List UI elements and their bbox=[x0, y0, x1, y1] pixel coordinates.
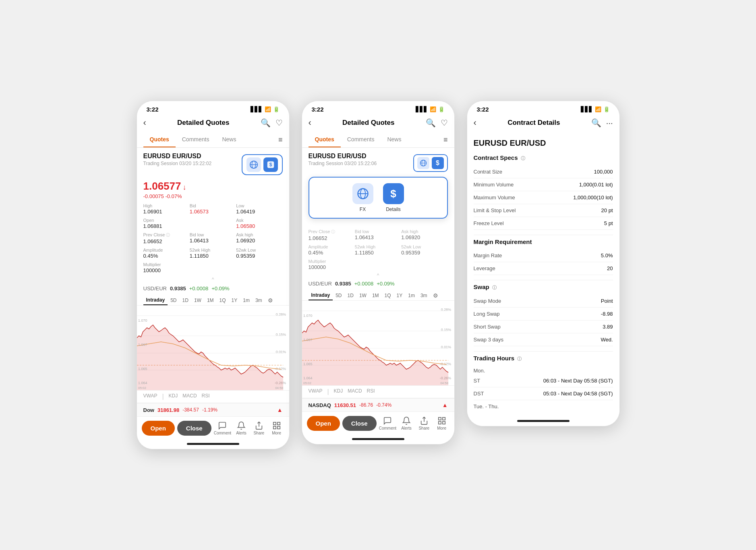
ticker-name-1: Dow bbox=[143, 407, 154, 413]
chart-tab-1y-1[interactable]: 1Y bbox=[229, 296, 240, 305]
chart-tab-3m-1[interactable]: 3m bbox=[253, 296, 265, 305]
close-button-2[interactable]: Close bbox=[342, 416, 377, 431]
svg-text:1.064: 1.064 bbox=[138, 381, 147, 385]
kdj-tab-1[interactable]: KDJ bbox=[169, 393, 178, 400]
details-btn-2[interactable]: $ bbox=[432, 157, 444, 169]
rsi-tab-2[interactable]: RSI bbox=[367, 388, 375, 395]
wifi-icon-2: 📶 bbox=[430, 106, 436, 112]
menu-icon-2[interactable]: ≡ bbox=[443, 136, 448, 144]
comment-action-2[interactable]: Comment bbox=[379, 416, 396, 430]
menu-icon-1[interactable]: ≡ bbox=[278, 136, 283, 144]
chart-settings-1[interactable]: ⚙ bbox=[265, 296, 276, 305]
rsi-tab-1[interactable]: RSI bbox=[202, 393, 210, 400]
vwap-tab-2[interactable]: VWAP bbox=[309, 388, 323, 395]
tabs-bar-1: Quotes Comments News ≡ bbox=[137, 132, 289, 148]
chart-tab-5d-1[interactable]: 5D bbox=[168, 296, 179, 305]
section-trading-hours: Trading Hours ⓘ bbox=[474, 355, 613, 362]
time-1: 3:22 bbox=[147, 106, 159, 113]
vwap-tab-1[interactable]: VWAP bbox=[143, 393, 157, 400]
chart-tab-1min-1[interactable]: 1m bbox=[240, 296, 253, 305]
home-indicator-3 bbox=[467, 417, 619, 426]
more-dots-3[interactable]: ··· bbox=[606, 118, 613, 128]
chart-tab-1q-1[interactable]: 1Q bbox=[217, 296, 229, 305]
divider-3 bbox=[474, 351, 613, 352]
signal-icon: ▋▋▋ bbox=[251, 106, 263, 112]
section-swap: Swap ⓘ bbox=[474, 283, 613, 291]
svg-text:1.065: 1.065 bbox=[303, 362, 312, 366]
chart-tab-1d-2[interactable]: 1D bbox=[345, 291, 356, 300]
back-button-2[interactable]: ‹ bbox=[309, 118, 311, 128]
battery-icon: 🔋 bbox=[273, 106, 280, 112]
search-icon-3[interactable]: 🔍 bbox=[591, 118, 601, 128]
tab-comments-2[interactable]: Comments bbox=[341, 132, 381, 147]
chart-tab-1w-1[interactable]: 1W bbox=[191, 296, 204, 305]
chart-tab-1m-2[interactable]: 1M bbox=[369, 291, 382, 300]
chart-tab-intraday-1[interactable]: Intraday bbox=[143, 296, 168, 305]
search-icon-2[interactable]: 🔍 bbox=[426, 118, 436, 128]
row-margin-rate: Margin Rate 5.0% bbox=[474, 249, 613, 262]
chart-tab-1w-2[interactable]: 1W bbox=[356, 291, 369, 300]
favorite-icon-2[interactable]: ♡ bbox=[441, 118, 448, 128]
kdj-tab-2[interactable]: KDJ bbox=[334, 388, 343, 395]
tab-news-2[interactable]: News bbox=[381, 132, 408, 147]
content-area-2: EURUSD EUR/USD Trading Session 03/20 15:… bbox=[302, 148, 454, 411]
info-icon-swap[interactable]: ⓘ bbox=[492, 285, 497, 290]
back-button-1[interactable]: ‹ bbox=[143, 118, 146, 128]
popup-fx-label-2: FX bbox=[360, 207, 366, 212]
chart-tab-1min-2[interactable]: 1m bbox=[405, 291, 418, 300]
info-icon-hours[interactable]: ⓘ bbox=[517, 356, 522, 361]
details-btn-1[interactable]: $ bbox=[263, 157, 278, 172]
search-icon-1[interactable]: 🔍 bbox=[261, 118, 271, 128]
chart-tab-3m-2[interactable]: 3m bbox=[418, 291, 430, 300]
chart-container-2: 0.28% 0.15% 0.01% -0.12% -0.26% 1.070 1.… bbox=[302, 301, 454, 385]
alerts-action-2[interactable]: Alerts bbox=[399, 416, 414, 430]
comment-action-1[interactable]: Comment bbox=[214, 421, 231, 435]
fx-btn-2[interactable] bbox=[417, 157, 429, 169]
bottom-actions-2: Open Close Comment Alerts Share More bbox=[302, 411, 454, 435]
session-1: Trading Session 03/20 15:22:02 bbox=[143, 161, 212, 166]
close-button-1[interactable]: Close bbox=[177, 421, 211, 436]
ticker-chg-2: -86.76 bbox=[359, 402, 373, 408]
alerts-action-1[interactable]: Alerts bbox=[234, 421, 249, 435]
svg-text:0.15%: 0.15% bbox=[275, 333, 286, 337]
more-action-1[interactable]: More bbox=[269, 421, 284, 435]
tab-news-1[interactable]: News bbox=[215, 132, 242, 147]
ticker-bar-2: NASDAQ 11630.51 -86.76 -0.74% ▲ bbox=[302, 398, 454, 411]
popup-fx-2[interactable]: FX bbox=[352, 183, 373, 212]
chart-tab-1d-1[interactable]: 1D bbox=[180, 296, 191, 305]
macd-tab-2[interactable]: MACD bbox=[348, 388, 362, 395]
svg-rect-52 bbox=[442, 418, 445, 420]
info-icon-specs[interactable]: ⓘ bbox=[521, 156, 525, 161]
chart-tab-1y-2[interactable]: 1Y bbox=[394, 291, 406, 300]
chart-tab-5d-2[interactable]: 5D bbox=[333, 291, 344, 300]
nav-icons-3: 🔍 ··· bbox=[591, 118, 613, 128]
chart-tab-1m-1[interactable]: 1M bbox=[204, 296, 217, 305]
price-change-1: -0.00075 -0.07% bbox=[143, 193, 283, 199]
status-icons-2: ▋▋▋ 📶 🔋 bbox=[416, 106, 445, 112]
bid-item-1: Bid 1.06573 bbox=[190, 203, 236, 215]
share-action-2[interactable]: Share bbox=[416, 416, 432, 430]
status-icons-1: ▋▋▋ 📶 🔋 bbox=[251, 106, 280, 112]
chart-tab-intraday-2[interactable]: Intraday bbox=[309, 291, 333, 300]
svg-text:1.067: 1.067 bbox=[138, 343, 147, 347]
tab-quotes-1[interactable]: Quotes bbox=[143, 132, 176, 147]
svg-text:1.070: 1.070 bbox=[303, 314, 312, 318]
tab-comments-1[interactable]: Comments bbox=[176, 132, 216, 147]
chart-tab-1q-2[interactable]: 1Q bbox=[382, 291, 394, 300]
svg-text:0.01%: 0.01% bbox=[275, 350, 286, 354]
macd-tab-1[interactable]: MACD bbox=[182, 393, 197, 400]
fx-btn-1[interactable] bbox=[246, 157, 261, 172]
favorite-icon-1[interactable]: ♡ bbox=[275, 118, 283, 128]
share-action-1[interactable]: Share bbox=[251, 421, 267, 435]
open-button-1[interactable]: Open bbox=[142, 421, 175, 436]
tab-quotes-2[interactable]: Quotes bbox=[309, 132, 341, 147]
open-button-2[interactable]: Open bbox=[307, 416, 340, 431]
row-max-volume: Maximum Volume 1,000,000(10 lot) bbox=[474, 191, 613, 204]
back-button-3[interactable]: ‹ bbox=[474, 118, 476, 128]
time-3: 3:22 bbox=[477, 106, 489, 113]
more-action-2[interactable]: More bbox=[434, 416, 449, 430]
popup-details-2[interactable]: $ Details bbox=[383, 183, 404, 212]
nav-title-1: Detailed Quotes bbox=[177, 119, 229, 127]
row-leverage: Leverage 20 bbox=[474, 262, 613, 275]
chart-settings-2[interactable]: ⚙ bbox=[430, 291, 441, 300]
